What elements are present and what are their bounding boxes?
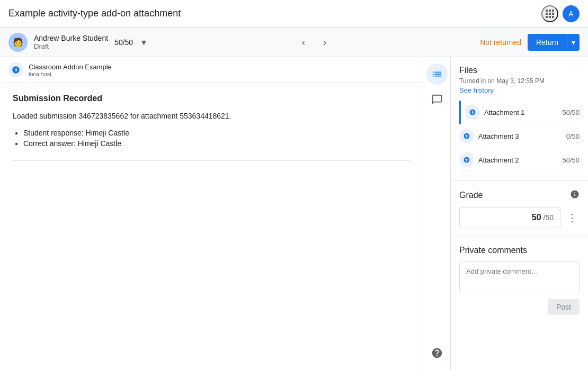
grade-header: Grade (459, 189, 580, 201)
comments-section: Private comments Post (451, 237, 588, 323)
grade-numerator: 50 (532, 213, 541, 222)
return-button[interactable]: Return (528, 34, 567, 51)
submission-description: Loaded submission 346723835662 for attac… (13, 112, 410, 120)
nav-next-button[interactable]: › (315, 33, 334, 52)
nav-prev-button[interactable]: ‹ (294, 33, 313, 52)
see-history-link[interactable]: See history (459, 86, 494, 94)
grade-input-row: 50 /50 ⋮ (459, 207, 580, 228)
attachment-icon (459, 129, 474, 143)
attachment-name: Attachment 1 (484, 109, 525, 116)
attachment-item-left: Attachment 1 (465, 105, 525, 120)
submission-list: Student response: Himeji Castle Correct … (13, 129, 410, 148)
content-area: Classroom Addon Example localhost Submis… (0, 57, 423, 370)
student-draft: Draft (34, 42, 108, 50)
attachment-item-left: Attachment 3 (459, 129, 519, 143)
apps-icon-button[interactable] (541, 5, 558, 22)
attachment-list: Attachment 1 50/50 Attachment 3 (459, 101, 580, 172)
attachment-icon (465, 105, 480, 120)
grade-more-button[interactable]: ⋮ (565, 209, 580, 226)
divider (13, 160, 410, 161)
chat-icon (431, 94, 443, 105)
attachment-item-left: Attachment 2 (459, 152, 519, 167)
list-item: Correct answer: Himeji Castle (23, 139, 410, 148)
list-item: Student response: Himeji Castle (23, 129, 410, 137)
top-bar-icons: A (541, 5, 580, 22)
info-icon (570, 189, 580, 199)
post-button[interactable]: Post (548, 299, 580, 315)
submission-content: Submission Recorded Loaded submission 34… (0, 83, 423, 370)
addon-icon (462, 156, 471, 164)
user-avatar[interactable]: A (563, 5, 580, 22)
student-avatar: 🧑 (8, 33, 28, 52)
right-panel: Files Turned in on May 3, 12:55 PM See h… (450, 57, 588, 370)
addon-icon (468, 108, 477, 116)
comment-input[interactable] (459, 261, 580, 293)
attachment-score: 50/50 (562, 109, 580, 116)
attachment-item[interactable]: Attachment 1 50/50 (459, 101, 580, 124)
apps-icon (544, 7, 556, 20)
comments-title: Private comments (459, 246, 580, 255)
help-icon (431, 347, 443, 359)
not-returned-button[interactable]: Not returned (480, 38, 521, 47)
action-buttons: Not returned Return ▾ (480, 34, 580, 51)
comment-icon-button[interactable] (426, 89, 448, 110)
rubric-icon-button[interactable] (426, 64, 448, 85)
student-dropdown-button[interactable]: ▾ (139, 34, 148, 50)
student-info: 🧑 Andrew Burke Student Draft 50/50 ▾ (8, 33, 148, 52)
grade-section: Grade 50 /50 ⋮ (451, 181, 588, 237)
breadcrumb-subtitle: localhost (29, 71, 112, 77)
return-dropdown-button[interactable]: ▾ (567, 34, 580, 51)
submission-heading: Submission Recorded (13, 94, 410, 103)
main-layout: Classroom Addon Example localhost Submis… (0, 57, 588, 370)
grade-title: Grade (459, 191, 483, 200)
sidebar-icons (423, 57, 450, 370)
grade-info-icon[interactable] (570, 189, 580, 201)
grade-denominator: /50 (544, 213, 554, 222)
addon-icon (462, 132, 471, 140)
files-title: Files (459, 66, 580, 75)
breadcrumb-title: Classroom Addon Example (29, 63, 112, 71)
student-name-block: Andrew Burke Student Draft (34, 34, 108, 50)
student-grade-block: 50/50 (114, 38, 133, 47)
breadcrumb-bar: Classroom Addon Example localhost (0, 57, 423, 83)
attachment-item[interactable]: Attachment 3 0/50 (459, 124, 580, 148)
student-bar: 🧑 Andrew Burke Student Draft 50/50 ▾ ‹ ›… (0, 28, 588, 57)
attachment-score: 0/50 (566, 132, 580, 140)
breadcrumb-text: Classroom Addon Example localhost (29, 63, 112, 77)
post-row: Post (459, 299, 580, 315)
classroom-icon (12, 66, 20, 74)
attachment-name: Attachment 3 (478, 132, 519, 140)
attachment-icon (459, 152, 474, 167)
help-icon-button[interactable] (426, 342, 448, 364)
grade-input-box[interactable]: 50 /50 (459, 207, 560, 228)
top-bar: Example activity-type add-on attachment … (0, 0, 588, 28)
list-icon (431, 68, 443, 80)
attachment-score: 50/50 (562, 156, 580, 164)
student-name: Andrew Burke Student (34, 34, 108, 42)
student-grade-value: 50/50 (114, 38, 133, 47)
attachment-item[interactable]: Attachment 2 50/50 (459, 148, 580, 172)
breadcrumb-icon (8, 62, 23, 77)
attachment-name: Attachment 2 (478, 156, 519, 164)
nav-buttons: ‹ › (294, 33, 334, 52)
turned-in-text: Turned in on May 3, 12:55 PM (459, 77, 580, 85)
app-title: Example activity-type add-on attachment (8, 8, 181, 19)
files-section: Files Turned in on May 3, 12:55 PM See h… (451, 57, 588, 181)
